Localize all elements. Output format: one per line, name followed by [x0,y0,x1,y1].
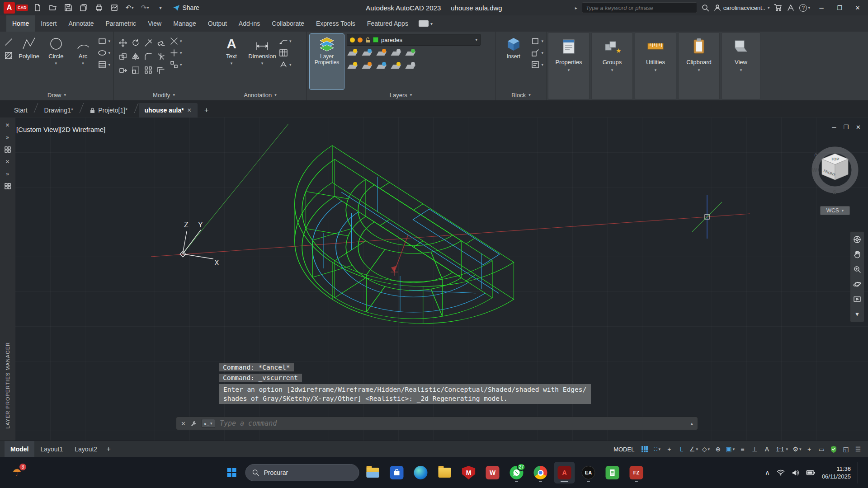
tab-addins[interactable]: Add-ins [233,15,266,32]
volume-icon[interactable] [792,469,799,476]
new-layout-button[interactable]: + [103,444,114,455]
taskbar-folder[interactable] [434,462,455,483]
annotation-visibility-toggle[interactable]: A [761,444,772,455]
zoom-icon[interactable] [852,264,862,274]
save-all-button[interactable] [78,2,90,14]
line-tool-icon[interactable] [4,38,13,47]
file-tab-projeto[interactable]: Projeto[1]* [84,103,133,117]
command-close-icon[interactable]: ✕ [181,420,186,427]
explode-tool[interactable] [155,50,167,63]
wrench-icon[interactable] [190,420,197,427]
tab-featured-apps[interactable]: Featured Apps [361,15,414,32]
taskbar-autocad[interactable]: A [554,462,575,483]
rotate-tool[interactable] [130,37,142,49]
layer-select[interactable]: paredes ▾ [347,34,481,46]
layers-panel-footer[interactable]: Layers▾ [307,89,495,100]
modify-extra-3[interactable]: ▾ [170,60,182,69]
modify-extra-2[interactable]: ▾ [170,48,182,57]
taskbar-store[interactable] [387,462,407,483]
palette-expand-icon[interactable]: » [4,170,12,178]
modify-extra-1[interactable]: ▾ [170,37,182,46]
move-tool[interactable] [117,37,129,49]
isolate-objects-button[interactable]: ▭ [816,444,827,455]
palette-expand-icon[interactable]: » [4,133,12,141]
cart-icon[interactable] [774,4,782,12]
ribbon-display-toggle[interactable]: ▾ [419,15,433,32]
help-search-box[interactable] [582,2,697,13]
tab-manage[interactable]: Manage [167,15,202,32]
create-block-tool[interactable]: ▾ [531,37,543,46]
mirror-tool[interactable] [130,50,142,63]
tab-annotate[interactable]: Annotate [62,15,99,32]
palette-close-icon[interactable]: ✕ [4,158,12,166]
taskbar-whatsapp[interactable]: 27 [506,462,527,483]
model-tab[interactable]: Model [5,441,34,457]
autocad-logo[interactable]: A CAD [4,2,28,14]
taskbar-search[interactable]: Procurar [245,464,359,481]
clean-screen-toggle[interactable]: ◱ [840,444,851,455]
taskbar-ea[interactable]: EA [578,462,599,483]
autodesk-app-icon[interactable] [787,4,795,12]
taskbar-clock[interactable]: 11:36 06/11/2025 [822,465,851,480]
tab-collaborate[interactable]: Collaborate [266,15,310,32]
object-snap-tracking-toggle[interactable]: ⊕ [712,444,723,455]
model-viewport[interactable]: [Custom View][2D Wireframe] ─ ❐ ✕ Z Y [15,117,868,441]
workspace-switching-button[interactable]: ⚙▾ [792,444,802,455]
history-expand-icon[interactable]: ▴ [690,421,693,427]
layer-off-tool[interactable] [347,48,359,59]
edit-block-tool[interactable]: ▾ [531,48,543,57]
ortho-toggle[interactable]: L [676,444,687,455]
user-menu[interactable]: carolinacvicent.. ▾ [714,4,770,11]
offset-tool[interactable] [155,64,167,76]
polyline-tool[interactable]: Polyline [17,34,41,89]
plot-button[interactable] [108,2,120,14]
annotation-misc-tool[interactable]: ▾ [279,60,292,69]
arc-tool[interactable]: Arc ▾ [71,34,95,89]
tab-insert[interactable]: Insert [35,15,62,32]
array-tool[interactable] [142,64,154,76]
leader-tool[interactable]: ▾ [279,37,292,46]
taskbar-chrome[interactable] [530,462,551,483]
close-button[interactable]: ✕ [851,2,864,14]
fillet-tool[interactable] [142,50,154,63]
scale-tool[interactable] [130,64,142,76]
trim-tool[interactable] [142,37,154,49]
qat-customize-button[interactable]: ▾ [155,2,166,14]
annotation-monitor-toggle[interactable]: + [804,444,815,455]
snap-toggle[interactable]: ∷▾ [651,444,662,455]
viewport-controls-label[interactable]: [Custom View][2D Wireframe] [16,126,105,133]
steering-wheel-icon[interactable] [852,235,862,244]
file-tab-drawing1[interactable]: Drawing1* [38,103,80,117]
wifi-icon[interactable] [777,469,785,476]
showmotion-icon[interactable] [852,294,862,304]
viewport-close-icon[interactable]: ✕ [856,124,861,131]
panel-utilities[interactable]: Utilities ▾ [635,33,676,99]
block-panel-footer[interactable]: Block▾ [495,89,547,100]
graphics-performance-toggle[interactable] [828,444,839,455]
circle-tool[interactable]: Circle ▾ [44,34,68,89]
close-tab-icon[interactable]: ✕ [187,107,192,113]
taskbar-filezilla[interactable]: FZ [626,462,647,483]
taskbar-w-app[interactable]: W [482,462,503,483]
layer-thaw-tool[interactable] [376,61,387,72]
panel-properties[interactable]: Properties ▾ [548,33,590,99]
file-tab-uhouse-aula[interactable]: uhouse aula* ✕ [139,103,198,117]
palette-grid-icon[interactable] [4,182,12,190]
palette-grid-icon[interactable] [4,145,12,154]
tab-output[interactable]: Output [202,15,233,32]
recent-commands-button[interactable]: ▸_▾ [202,419,215,428]
print-button[interactable] [93,2,105,14]
taskbar-file-explorer[interactable] [363,462,383,483]
undo-button[interactable]: ↶▾ [124,2,136,14]
hatch-tool-icon[interactable] [4,51,13,60]
isodraft-toggle[interactable]: ◇▾ [700,444,711,455]
lineweight-toggle[interactable]: ≡ [737,444,748,455]
layout2-tab[interactable]: Layout2 [69,441,103,457]
draw-panel-footer[interactable]: Draw▾ [0,89,113,100]
save-button[interactable] [62,2,74,14]
layer-isolate-tool[interactable] [361,48,373,59]
layer-unisolate-tool[interactable] [361,61,373,72]
command-line[interactable]: ✕ ▸_▾ ▴ [176,417,698,430]
rectangle-tool[interactable]: ▾ [98,37,110,46]
table-tool[interactable] [279,48,292,57]
